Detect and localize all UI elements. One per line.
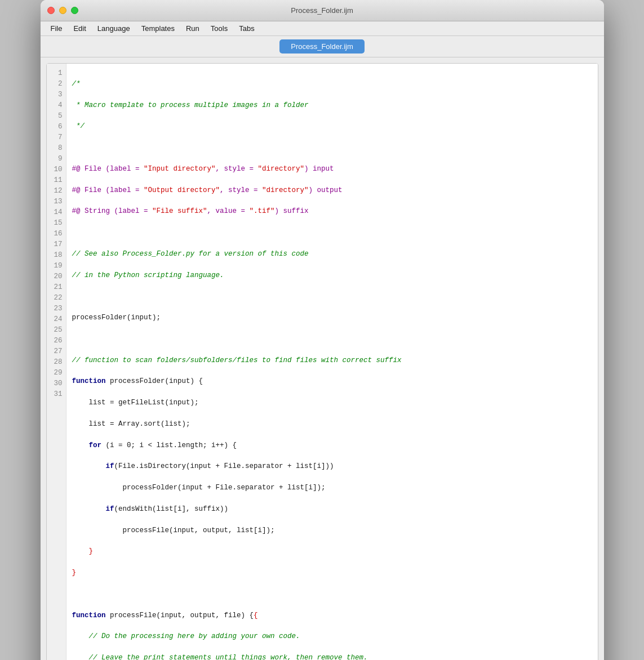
menu-edit[interactable]: Edit — [68, 23, 91, 34]
menu-run[interactable]: Run — [180, 23, 205, 34]
line-numbers: 12345 678910 1112131415 1617181920 21222… — [47, 64, 66, 660]
active-tab[interactable]: Process_Folder.ijm — [279, 39, 365, 53]
close-button[interactable] — [47, 7, 55, 14]
maximize-button[interactable] — [71, 7, 78, 14]
menu-language[interactable]: Language — [92, 23, 136, 34]
window-title: Process_Folder.ijm — [291, 6, 353, 15]
editor-container: 12345 678910 1112131415 1617181920 21222… — [46, 63, 598, 660]
main-window: Process_Folder.ijm File Edit Language Te… — [41, 0, 604, 660]
menu-templates[interactable]: Templates — [136, 23, 180, 34]
title-bar: Process_Folder.ijm — [41, 0, 604, 21]
menu-tools[interactable]: Tools — [205, 23, 233, 34]
tab-bar: Process_Folder.ijm — [41, 36, 604, 57]
menu-tabs[interactable]: Tabs — [233, 23, 260, 34]
code-content[interactable]: /* * Macro template to process multiple … — [66, 64, 598, 660]
menu-bar: File Edit Language Templates Run Tools T… — [41, 21, 604, 36]
menu-file[interactable]: File — [45, 23, 68, 34]
minimize-button[interactable] — [59, 7, 66, 14]
traffic-lights — [47, 7, 78, 14]
code-area[interactable]: 12345 678910 1112131415 1617181920 21222… — [47, 64, 598, 660]
